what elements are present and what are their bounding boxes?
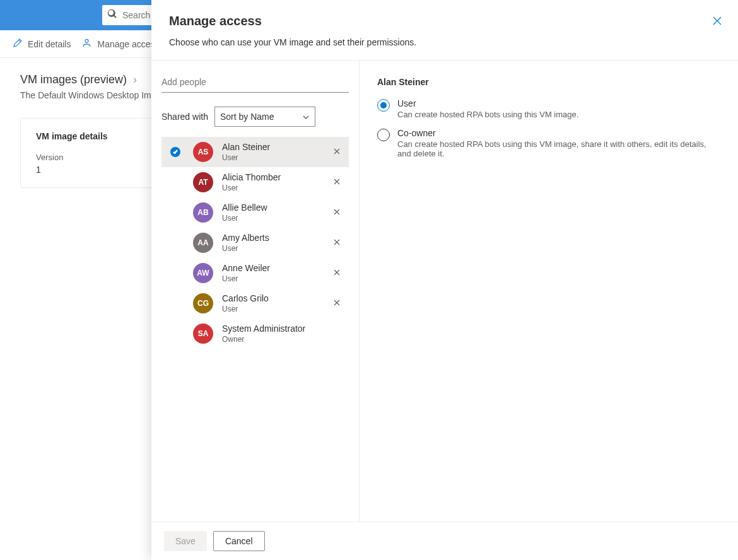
person-name: System Administrator — [222, 324, 305, 335]
search-icon — [107, 9, 122, 21]
avatar: AS — [193, 142, 213, 162]
save-button[interactable]: Save — [164, 531, 207, 551]
panel-body: Shared with Sort by Name AS Alan Steiner… — [151, 60, 738, 522]
person-name: Alan Steiner — [222, 142, 270, 153]
panel-title: Manage access — [169, 14, 720, 28]
permission-option[interactable]: User Can create hosted RPA bots using th… — [377, 98, 720, 119]
person-role: User — [222, 153, 270, 162]
chevron-down-icon — [302, 113, 310, 123]
checkmark-icon — [170, 147, 180, 157]
people-column: Shared with Sort by Name AS Alan Steiner… — [151, 61, 360, 522]
panel-footer: Save Cancel — [151, 522, 738, 560]
person-row[interactable]: AA Amy Alberts User — [161, 228, 349, 258]
person-row[interactable]: AB Allie Bellew User — [161, 197, 349, 228]
panel-description: Choose who can use your VM image and set… — [151, 37, 738, 60]
permission-option[interactable]: Co-owner Can create hosted RPA bots usin… — [377, 128, 720, 158]
sort-row: Shared with Sort by Name — [161, 107, 349, 127]
person-role: User — [222, 305, 269, 313]
permission-description: Can create hosted RPA bots using this VM… — [397, 110, 578, 119]
person-row[interactable]: CG Carlos Grilo User — [161, 288, 349, 318]
avatar: AA — [193, 233, 213, 253]
person-role: User — [222, 184, 281, 192]
close-button[interactable] — [712, 15, 723, 26]
person-text: Amy Alberts User — [222, 233, 269, 253]
breadcrumb-root[interactable]: VM images (preview) — [20, 73, 127, 86]
remove-person-button[interactable] — [332, 177, 343, 187]
person-name: Alicia Thomber — [222, 172, 281, 184]
avatar: CG — [193, 293, 213, 313]
person-text: Allie Bellew User — [222, 202, 267, 223]
person-text: System Administrator Owner — [222, 324, 305, 344]
permission-text: User Can create hosted RPA bots using th… — [397, 98, 578, 119]
person-row[interactable]: SA System Administrator Owner — [161, 318, 349, 349]
sort-value: Sort by Name — [220, 112, 274, 122]
person-text: Alan Steiner User — [222, 142, 270, 162]
avatar: AW — [193, 263, 213, 283]
remove-person-button[interactable] — [332, 268, 343, 278]
permission-column: Alan Steiner User Can create hosted RPA … — [360, 61, 738, 522]
remove-person-button[interactable] — [332, 147, 343, 157]
close-icon — [332, 238, 341, 248]
person-name: Amy Alberts — [222, 233, 269, 244]
close-icon — [332, 207, 341, 218]
close-icon — [712, 18, 723, 28]
person-name: Carlos Grilo — [222, 293, 269, 305]
people-icon — [82, 38, 92, 50]
manage-access-label: Manage access — [97, 39, 159, 49]
cancel-button[interactable]: Cancel — [213, 531, 265, 551]
edit-details-command[interactable]: Edit details — [13, 38, 71, 50]
person-text: Anne Weiler User — [222, 263, 270, 283]
shared-with-label: Shared with — [161, 112, 208, 122]
avatar: AB — [193, 202, 213, 223]
permission-text: Co-owner Can create hosted RPA bots usin… — [397, 128, 720, 158]
manage-access-panel: Manage access Choose who can use your VM… — [151, 0, 738, 560]
remove-person-button[interactable] — [332, 207, 343, 218]
radio-button[interactable] — [377, 129, 390, 141]
person-row[interactable]: AW Anne Weiler User — [161, 258, 349, 288]
selection-indicator — [167, 147, 184, 157]
remove-person-button[interactable] — [332, 238, 343, 248]
pencil-icon — [13, 38, 23, 50]
person-name: Allie Bellew — [222, 202, 267, 214]
person-row[interactable]: AT Alicia Thomber User — [161, 167, 349, 197]
sort-select[interactable]: Sort by Name — [214, 107, 315, 127]
person-name: Anne Weiler — [222, 263, 270, 274]
edit-details-label: Edit details — [28, 39, 71, 49]
add-people-input[interactable] — [161, 74, 349, 93]
panel-header: Manage access — [151, 0, 738, 37]
radio-button[interactable] — [377, 99, 390, 112]
close-icon — [332, 177, 341, 188]
permission-description: Can create hosted RPA bots using this VM… — [397, 139, 720, 158]
permission-label: Co-owner — [397, 128, 720, 138]
avatar: SA — [193, 324, 213, 344]
close-icon — [332, 298, 341, 309]
manage-access-command[interactable]: Manage access — [82, 38, 159, 50]
remove-person-button[interactable] — [332, 298, 343, 308]
person-text: Carlos Grilo User — [222, 293, 269, 313]
avatar: AT — [193, 172, 213, 192]
person-row[interactable]: AS Alan Steiner User — [161, 137, 349, 167]
selected-person-heading: Alan Steiner — [377, 77, 720, 87]
people-list: AS Alan Steiner User AT Alicia Thomber U… — [161, 137, 349, 522]
person-role: User — [222, 244, 269, 253]
chevron-right-icon: › — [133, 73, 137, 86]
person-text: Alicia Thomber User — [222, 172, 281, 192]
person-role: Owner — [222, 335, 305, 344]
close-icon — [332, 147, 341, 158]
close-icon — [332, 268, 341, 279]
permission-label: User — [397, 98, 578, 108]
person-role: User — [222, 214, 267, 223]
person-role: User — [222, 274, 270, 283]
